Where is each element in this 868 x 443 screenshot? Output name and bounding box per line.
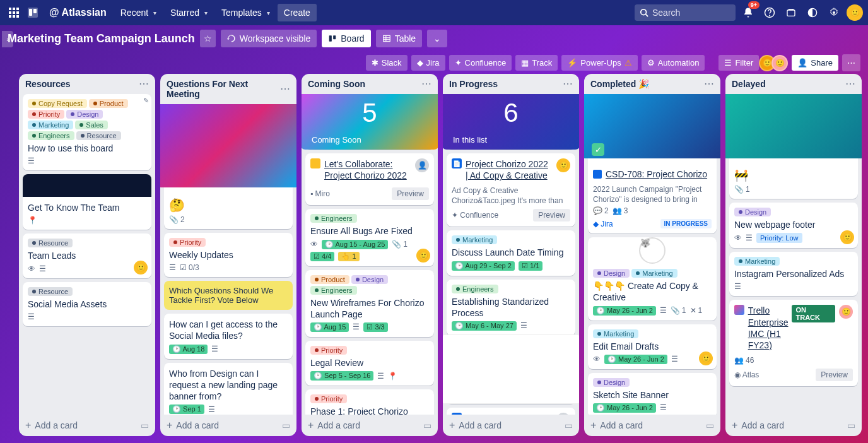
preview-button[interactable]: Preview	[816, 369, 853, 381]
card[interactable]: Priority Legal Review 🕑 Sep 5 - Sep 16 ☰…	[305, 341, 434, 386]
label-design[interactable]: Design	[593, 378, 630, 387]
theme-icon[interactable]	[804, 4, 821, 21]
card[interactable]: Resource Social Media Assets ☰	[23, 282, 151, 326]
slack-powerup[interactable]: ✱ Slack	[366, 55, 408, 71]
card[interactable]: Priority Phase 1: Project Chorizo 🕑 Aug …	[305, 389, 434, 415]
app-switcher-icon[interactable]	[5, 4, 23, 21]
add-card-button[interactable]: +Add a card▭	[160, 415, 296, 436]
card[interactable]: Engineers Ensure All Bugs Are Fixed 👁 🕑 …	[305, 209, 434, 266]
add-card-button[interactable]: +Add a card▭	[302, 415, 438, 436]
label-marketing[interactable]: Marketing	[631, 269, 677, 278]
template-icon[interactable]: ▭	[282, 420, 290, 430]
list-menu-icon[interactable]: ⋯	[704, 79, 714, 89]
card[interactable]: Project Chorizo 2022 | Blog Draft 👤	[447, 408, 575, 415]
template-icon[interactable]: ▭	[141, 420, 149, 430]
list-title[interactable]: Delayed	[732, 79, 845, 89]
list-menu-icon[interactable]: ⋯	[845, 79, 855, 89]
card[interactable]: Let's Collaborate: Project Chorizo 2022 …	[305, 153, 434, 205]
label-design[interactable]: Design	[734, 208, 771, 216]
card[interactable]: Product Design Engineers New Wireframes …	[305, 270, 434, 337]
card[interactable]: Marketing Edit Email Drafts 👁 🕑 May 26 -…	[588, 324, 717, 369]
list-title[interactable]: Resources	[25, 79, 139, 89]
card-title[interactable]: Project Chorizo 2022 | Blog Draft	[466, 413, 553, 415]
templates-menu[interactable]: Templates	[215, 4, 276, 21]
label-priority[interactable]: Priority	[310, 394, 347, 403]
label-resource[interactable]: Resource	[28, 239, 73, 247]
label-engineers[interactable]: Engineers	[28, 131, 74, 140]
card[interactable]: Resource Team Leads 👁 ☰ 🙂	[23, 233, 151, 278]
automation-button[interactable]: ⚙ Automation	[642, 55, 705, 71]
card[interactable]: Get To Know The Team 📍	[23, 174, 151, 230]
template-icon[interactable]: ▭	[706, 420, 714, 430]
edit-icon[interactable]: ✎	[143, 97, 149, 105]
member-avatar[interactable]: 🙂	[556, 158, 570, 172]
label-resource[interactable]: Resource	[28, 287, 73, 296]
label-marketing[interactable]: Marketing	[593, 329, 638, 338]
search-input[interactable]	[635, 4, 736, 21]
member-avatar[interactable]: 🙂	[134, 261, 148, 275]
card-title[interactable]: CSD-708: Project Chorizo	[606, 168, 707, 180]
card[interactable]: Priority Weekly Updates ☰ ☑ 0/3	[164, 233, 293, 277]
account-icon[interactable]	[782, 4, 800, 21]
card[interactable]: How can I get access to the Social Media…	[164, 314, 293, 358]
add-card-button[interactable]: +Add a card▭	[443, 415, 579, 436]
card-title[interactable]: Project Chorizo 2022 | Ad Copy & Creativ…	[466, 158, 553, 181]
member-avatar[interactable]: 🙂	[839, 305, 853, 319]
trello-logo-icon[interactable]	[24, 4, 42, 21]
card[interactable]: 🚧 📎 1	[729, 94, 858, 199]
help-icon[interactable]	[761, 4, 778, 21]
workspace-visible-button[interactable]: Workspace visible	[221, 30, 317, 47]
powerups-button[interactable]: ⚡ Power-Ups ⚠	[561, 55, 637, 71]
card[interactable]: Trello Enterprise IMC (H1 FY23) ON TRACK…	[729, 300, 858, 386]
card[interactable]: Design New webpage footer 👁 ☰ Priority: …	[729, 203, 858, 248]
recent-menu[interactable]: Recent	[114, 4, 163, 21]
preview-button[interactable]: Preview	[392, 187, 429, 200]
card-yellow-cover[interactable]: Which Questions Should We Tackle First? …	[164, 281, 293, 310]
card[interactable]: 📄 Project Chorizo 2022 | Ad Copy & Creat…	[447, 153, 575, 227]
card[interactable]: 🐺 Design Marketing 👇👇👇 Create Ad Copy & …	[588, 237, 717, 320]
starred-menu[interactable]: Starred	[164, 4, 214, 21]
board-view-button[interactable]: Board	[322, 30, 370, 47]
add-card-button[interactable]: +Add a card▭	[19, 415, 155, 436]
label-sales[interactable]: Sales	[75, 121, 108, 129]
label-marketing[interactable]: Marketing	[452, 235, 497, 244]
label-engineers[interactable]: Engineers	[310, 286, 357, 295]
member-avatar[interactable]: 🙂	[416, 249, 430, 263]
card[interactable]	[447, 334, 575, 404]
label-engineers[interactable]: Engineers	[452, 285, 498, 293]
card-cover[interactable]: 6 In this list	[447, 94, 575, 150]
label-marketing[interactable]: Marketing	[28, 121, 73, 129]
card-title[interactable]: Let's Collaborate: Project Chorizo 2022	[324, 158, 411, 181]
template-icon[interactable]: ▭	[847, 420, 855, 430]
board-menu-button[interactable]: ⋯	[842, 54, 860, 71]
card[interactable]: Marketing Discuss Launch Date Timing 🕑 A…	[447, 230, 575, 275]
label-design[interactable]: Design	[66, 110, 103, 119]
list-title[interactable]: Coming Soon	[308, 79, 421, 89]
label-resource[interactable]: Resource	[76, 131, 121, 140]
notifications-icon[interactable]: 9+	[739, 4, 757, 21]
list-menu-icon[interactable]: ⋯	[280, 84, 290, 94]
label-design[interactable]: Design	[351, 275, 388, 284]
label-marketing[interactable]: Marketing	[734, 257, 780, 266]
star-button[interactable]: ☆	[200, 30, 216, 47]
template-icon[interactable]: ▭	[565, 420, 573, 430]
label-product[interactable]: Product	[310, 275, 349, 284]
label-product[interactable]: Product	[89, 99, 128, 108]
create-button[interactable]: Create	[278, 4, 317, 21]
label-design[interactable]: Design	[593, 269, 630, 278]
card-cover[interactable]: 5 Coming Soon	[305, 94, 434, 150]
member-avatar[interactable]: 🙂	[699, 351, 713, 365]
jira-powerup[interactable]: ◆ Jira	[411, 55, 445, 71]
share-button[interactable]: 👤 Share	[792, 55, 838, 71]
sidebar-expand-button[interactable]: ›	[2, 31, 13, 47]
view-switcher-more[interactable]: ⌄	[427, 30, 447, 47]
user-avatar[interactable]: 🙂	[847, 4, 863, 21]
label-priority[interactable]: Priority	[28, 110, 64, 119]
card[interactable]: Engineers Establishing Standarized Proce…	[447, 280, 575, 336]
label-copy-request[interactable]: Copy Request	[28, 99, 87, 108]
board-members[interactable]: 🙂 🙂	[763, 55, 788, 71]
card[interactable]: 🤔 📎 2	[164, 104, 293, 229]
member-avatar[interactable]: 👤	[556, 413, 570, 415]
list-title[interactable]: In Progress	[449, 79, 563, 89]
board-canvas[interactable]: Resources ⋯ ✎ Copy Request Product Prior…	[0, 74, 868, 443]
